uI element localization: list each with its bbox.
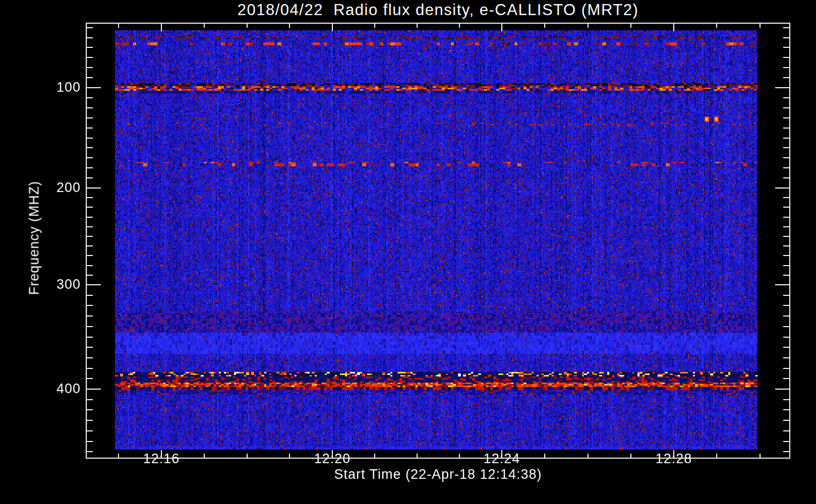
axes-frame-and-ticks [0,0,816,504]
x-tick-label-1216: 12:16 [126,451,197,467]
x-tick-label-1224: 12:24 [467,451,537,467]
y-axis-label: Frequency (MHZ) [27,181,42,295]
x-axis-label: Start Time (22-Apr-18 12:14:38) [86,467,790,482]
callisto-spectrogram-screenshot: 2018/04/22 Radio flux density, e-CALLIST… [0,0,816,504]
x-tick-label-1228: 12:28 [638,451,709,467]
y-tick-label-400: 400 [20,381,81,397]
x-tick-label-1220: 12:20 [297,451,368,467]
y-tick-label-100: 100 [20,80,81,95]
